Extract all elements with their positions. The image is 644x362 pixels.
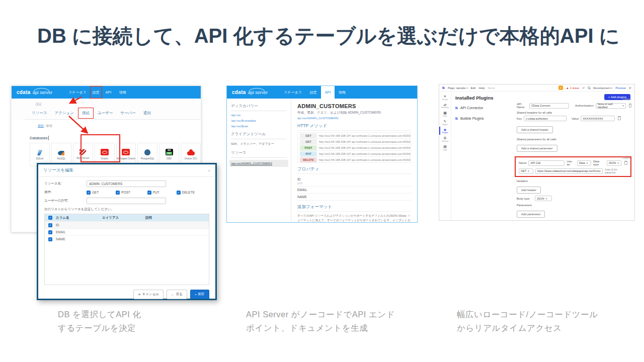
add-header-button[interactable]: Add header xyxy=(517,187,541,194)
nav-settings[interactable]: 設定 xyxy=(90,86,102,99)
checkbox-checked-icon[interactable]: ✓ xyxy=(48,237,52,241)
checkbox-put[interactable]: ✓ PUT xyxy=(147,191,159,195)
delete-icon[interactable] xyxy=(629,104,631,108)
back-button[interactable]: ← 戻る xyxy=(167,290,187,299)
environment-select[interactable]: Development ▾ xyxy=(593,86,612,89)
resource-name-input[interactable] xyxy=(87,180,166,187)
sidebar-link[interactable]: /api.rsc/$metadata xyxy=(231,119,287,122)
nav-info[interactable]: 情報 xyxy=(335,86,350,99)
db2-icon: IBM DB2 xyxy=(166,149,173,155)
mysql-icon xyxy=(58,151,64,155)
http-method-select[interactable]: GET xyxy=(519,168,533,174)
tab-actions[interactable]: アクション xyxy=(55,111,74,116)
gear-icon[interactable]: ⚙ xyxy=(629,86,631,89)
page-select[interactable]: Page: sample ▾ xyxy=(448,86,468,89)
checkbox-checked-icon[interactable]: ✓ xyxy=(147,191,151,195)
tab-users[interactable]: ユーザー xyxy=(98,111,113,116)
close-icon[interactable]: × xyxy=(208,168,210,173)
method-badge: POST xyxy=(300,145,317,150)
sidebar-item-admin-customers[interactable]: /api.rsc/ADMIN_CUSTOMERS xyxy=(229,160,288,167)
authentication-select[interactable]: None or self-handled xyxy=(596,103,626,109)
key-input[interactable] xyxy=(524,116,567,121)
rail-item-settings[interactable]: ⚙ Settings xyxy=(439,135,451,143)
tab-resources[interactable]: リソース xyxy=(32,111,47,116)
rail-item-logs[interactable]: ▤ Logs xyxy=(439,143,451,152)
value-input[interactable] xyxy=(581,116,615,121)
undo-icon[interactable]: ↺ xyxy=(582,86,585,89)
plugin-item-api-connector[interactable]: b API Connector xyxy=(455,106,511,110)
page-label: 設定 xyxy=(36,102,201,107)
sidebar-link[interactable]: /api.rsc/$oas xyxy=(231,125,287,128)
rail-item-styles[interactable]: ✎ Styles xyxy=(439,118,451,127)
checkbox-checked-icon[interactable]: ✓ xyxy=(48,230,52,234)
method-url[interactable]: http://ec2-54-168-208-147.ap-northeast-1… xyxy=(319,146,411,149)
save-button[interactable]: ▪ 保存 xyxy=(190,290,209,299)
menu-edit[interactable]: Edit xyxy=(470,86,475,89)
database-filter-input[interactable]: Databases xyxy=(30,136,49,140)
plugin-item-bubble-plugins[interactable]: b Bubble Plugins xyxy=(455,116,511,121)
collapse-link[interactable]: Collapse xyxy=(621,157,630,159)
preview-button[interactable]: Preview xyxy=(615,86,626,89)
nav-api[interactable]: API xyxy=(321,86,335,99)
use-as-select[interactable]: Data xyxy=(577,160,591,166)
checkbox-checked-icon[interactable]: ✓ xyxy=(87,191,91,195)
breadcrumb: 接続 / 新規 xyxy=(38,124,201,128)
checkbox-checked-icon[interactable]: ✓ xyxy=(48,216,52,220)
alert-icon[interactable]: ! xyxy=(558,85,563,90)
nav-settings[interactable]: 設定 xyxy=(306,86,321,99)
add-shared-header-button[interactable]: Add a shared header xyxy=(517,126,553,133)
api-doc-main: ADMIN_CUSTOMERS 作成、更新、クエリ、および削除 ADMIN_CU… xyxy=(291,99,417,222)
cancel-button[interactable]: ✕ キャンセル xyxy=(133,290,164,299)
menu-help[interactable]: Help xyxy=(478,86,485,89)
method-badge: PUT xyxy=(300,151,317,156)
api-sidebar: ディスカバリー /api.rsc /api.rsc/$metadata /api… xyxy=(227,99,291,222)
delete-icon[interactable] xyxy=(624,161,627,165)
issue-badge[interactable]: ▲ 1 issue xyxy=(566,86,579,89)
rail-item-design[interactable]: ✕ Design xyxy=(439,93,451,102)
tab-notifications[interactable]: 通知 xyxy=(143,111,151,116)
collapse-link[interactable]: Collapse xyxy=(622,98,631,101)
nav-info[interactable]: 情報 xyxy=(115,86,130,99)
method-url[interactable]: http://ec2-54-168-208-147.ap-northeast-1… xyxy=(319,158,411,161)
call-name-input[interactable] xyxy=(528,160,565,166)
tab-server[interactable]: サーバー xyxy=(120,111,135,116)
tab-connections[interactable]: 接続 xyxy=(78,108,94,119)
delete-icon[interactable] xyxy=(618,117,621,120)
rail-item-workflow[interactable]: ⇄ Workflow xyxy=(439,102,451,110)
api-name-input[interactable] xyxy=(529,103,569,109)
required-note: 必須 xyxy=(297,182,411,185)
nav-status[interactable]: ステータス xyxy=(64,86,91,99)
table-row[interactable]: ✓ NAME xyxy=(45,235,209,242)
checkbox-delete[interactable]: ✓ DELETE xyxy=(177,191,195,195)
nav-api[interactable]: API xyxy=(102,86,115,99)
search-icon[interactable] xyxy=(588,86,590,89)
rail-item-data[interactable]: ▦ Data xyxy=(439,110,451,118)
checkbox-checked-icon[interactable]: ✓ xyxy=(116,191,120,195)
method-url[interactable]: http://ec2-54-168-208-147.ap-northeast-1… xyxy=(319,152,411,155)
api-call-redbox: Collapse Name Use as Data Data type JSON… xyxy=(515,156,631,177)
plugins-icon: ❖ xyxy=(443,128,446,132)
sidebar-link-sdk[interactable]: SDK、ドライバー、アダプター xyxy=(231,142,287,146)
rail-item-plugins[interactable]: ❖ Plugins xyxy=(439,127,451,135)
checkbox-checked-icon[interactable]: ✓ xyxy=(48,223,52,227)
checkbox-checked-icon[interactable]: ✓ xyxy=(177,191,181,195)
caption-right: 幅広いローコード/ノーコードツールからリアルタイムアクセス xyxy=(457,308,598,334)
body-type-select[interactable]: JSON xyxy=(535,196,552,201)
data-type-select[interactable]: JSON xyxy=(607,160,622,166)
add-shared-parameter-button[interactable]: Add a shared parameter xyxy=(517,145,557,152)
method-url[interactable]: http://ec2-54-168-208-147.ap-northeast-1… xyxy=(319,140,411,143)
resource-link[interactable]: api.rsc/ADMIN_CUSTOMERS/ xyxy=(297,117,411,120)
checkbox-get[interactable]: ✓ GET xyxy=(87,191,99,195)
breadcrumb-link[interactable]: 接続 xyxy=(38,124,44,127)
add-parameter-button[interactable]: Add parameter xyxy=(517,211,545,218)
nav-status[interactable]: ステータス xyxy=(280,86,306,99)
checkbox-post[interactable]: ✓ POST xyxy=(116,191,130,195)
menu-send[interactable]: Send xyxy=(488,86,495,89)
call-url-input[interactable] xyxy=(535,168,603,174)
table-row[interactable]: ✓ ID xyxy=(45,221,209,228)
method-url[interactable]: http://ec2-54-168-208-147.ap-northeast-1… xyxy=(319,134,411,137)
sidebar-link[interactable]: /api.rsc xyxy=(231,114,287,117)
headers-label: Headers xyxy=(517,179,631,183)
table-row[interactable]: ✓ EMAIL xyxy=(45,228,209,235)
user-permission-input[interactable] xyxy=(87,198,166,204)
